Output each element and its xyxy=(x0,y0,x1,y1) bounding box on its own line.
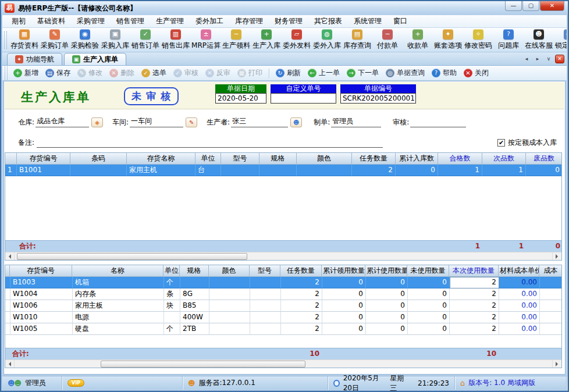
scroll-right-icon[interactable] xyxy=(552,360,561,368)
column-header[interactable]: 存货编号 xyxy=(17,153,70,165)
purchase-order-button[interactable]: ✎采购订单 xyxy=(40,29,70,51)
purchase-inbound-button[interactable]: ▣采购入库 xyxy=(100,29,130,51)
table-row[interactable]: B1003机箱个200020.00 xyxy=(5,277,561,288)
table-cell[interactable] xyxy=(5,300,10,312)
table-cell[interactable]: 0 xyxy=(366,300,408,312)
doc-query-button[interactable]: ◎单据查询 xyxy=(382,67,428,79)
print-button[interactable]: ▦打印 xyxy=(234,67,266,79)
table-cell[interactable] xyxy=(5,277,10,288)
table-cell[interactable]: W1006 xyxy=(10,300,73,312)
audit-button[interactable]: ✓审核 xyxy=(170,67,202,79)
header-field-value[interactable]: SCRK202005200001 xyxy=(340,93,416,104)
table-cell[interactable]: W1010 xyxy=(10,312,73,323)
delete-button[interactable]: ✕删除 xyxy=(106,67,138,79)
column-header[interactable]: 次品数 xyxy=(482,153,526,165)
table-cell[interactable]: 0 xyxy=(408,277,450,288)
table-cell[interactable] xyxy=(209,323,250,335)
workshop-field[interactable]: 一车间 xyxy=(130,116,183,127)
table-cell[interactable] xyxy=(209,300,250,312)
purchase-inspect-button[interactable]: ◉采购检验 xyxy=(70,29,100,51)
table-cell[interactable]: 块 xyxy=(164,300,180,312)
horizontal-scrollbar[interactable] xyxy=(5,252,561,261)
next-doc-button[interactable]: →下一单 xyxy=(343,67,382,79)
table-cell[interactable]: 2 xyxy=(450,288,499,300)
new-button[interactable]: +新增 xyxy=(10,67,42,79)
table-cell[interactable]: 0 xyxy=(322,323,366,335)
table-cell[interactable]: 个 xyxy=(164,277,180,288)
quota-cost-checkbox[interactable]: ✔ xyxy=(497,139,505,147)
table-cell[interactable] xyxy=(540,277,562,288)
table-cell[interactable] xyxy=(5,323,10,335)
table-cell[interactable]: B85 xyxy=(180,300,209,312)
table-cell[interactable]: 0 xyxy=(366,277,408,288)
column-header[interactable]: 存货编号 xyxy=(10,265,72,277)
column-header[interactable]: 规格 xyxy=(259,153,297,165)
scroll-left-icon[interactable] xyxy=(5,360,15,368)
column-header[interactable]: 成本 xyxy=(539,265,562,277)
table-cell[interactable]: 家用主板 xyxy=(73,300,164,312)
scroll-right-icon[interactable] xyxy=(552,252,561,261)
refresh-button[interactable]: ↻刷新 xyxy=(272,67,304,79)
table-cell[interactable]: 0.00 xyxy=(499,312,540,323)
column-header[interactable]: 名称 xyxy=(72,265,163,277)
table-cell[interactable] xyxy=(259,165,297,176)
outsource-inbound-button[interactable]: ◍委外入库 xyxy=(312,29,342,51)
stock-query-button[interactable]: ▤库存查询 xyxy=(342,29,372,51)
header-field-value[interactable]: 2020-05-20 xyxy=(215,93,266,104)
table-cell[interactable]: 台 xyxy=(195,165,221,176)
table-cell[interactable] xyxy=(540,300,562,312)
edit-button[interactable]: ✎修改 xyxy=(74,67,106,79)
production-picking-button[interactable]: −生产领料 xyxy=(221,29,251,51)
table-cell[interactable]: 家用主机 xyxy=(127,165,195,176)
table-cell[interactable]: 400W xyxy=(180,312,209,323)
change-password-button[interactable]: ✧修改密码 xyxy=(463,29,493,51)
table-cell[interactable]: 内存条 xyxy=(73,288,164,300)
table-cell[interactable]: 0 xyxy=(526,165,562,176)
table-cell[interactable] xyxy=(250,312,281,323)
table-cell[interactable] xyxy=(164,312,180,323)
tab-list-icon[interactable]: ∨ xyxy=(544,55,553,63)
horizontal-scrollbar[interactable] xyxy=(5,359,561,368)
sales-order-button[interactable]: ✓销售订单 xyxy=(130,29,161,51)
table-cell[interactable]: 1 xyxy=(482,165,526,176)
table-row[interactable]: W1005硬盘个2TB200020.00 xyxy=(5,323,561,335)
faq-button[interactable]: ?问题库 xyxy=(493,29,524,51)
table-cell[interactable] xyxy=(250,277,281,288)
column-header[interactable]: 累计入库数 xyxy=(396,153,438,165)
payment-button[interactable]: −付款单 xyxy=(372,29,403,51)
lock-system-button[interactable]: ▭锁定系统 xyxy=(554,29,567,51)
table-cell[interactable]: 2 xyxy=(450,300,499,312)
column-header[interactable]: 本次使用数量 xyxy=(449,265,499,277)
table-cell[interactable] xyxy=(250,288,281,300)
form-toolbar-grip[interactable] xyxy=(5,66,8,81)
column-header[interactable]: 废品数 xyxy=(526,153,562,165)
warehouse-field[interactable]: 成品仓库 xyxy=(35,116,89,127)
menu-item-基础资料[interactable]: 基础资料 xyxy=(31,15,71,28)
online-service-button[interactable]: ☻在线客服 xyxy=(524,29,554,51)
column-header[interactable]: 规格 xyxy=(180,265,209,277)
tab-scroll-left-icon[interactable]: ◂ xyxy=(522,55,531,63)
menu-item-库存管理[interactable]: 库存管理 xyxy=(229,15,269,28)
table-cell[interactable]: 0 xyxy=(408,323,450,335)
table-row[interactable]: W1006家用主板块B85200020.00 xyxy=(5,300,561,312)
table-cell[interactable] xyxy=(221,165,259,176)
warehouse-picker-icon[interactable]: ◈ xyxy=(91,117,103,127)
table-cell[interactable]: 2TB xyxy=(180,323,209,335)
column-header[interactable]: 材料成本单价 xyxy=(499,265,539,277)
workshop-picker-icon[interactable]: ✎ xyxy=(186,117,197,127)
producer-field[interactable]: 张三 xyxy=(231,116,288,127)
menu-item-委外加工[interactable]: 委外加工 xyxy=(190,15,229,28)
header-field-value[interactable] xyxy=(271,93,336,104)
menu-item-销售管理[interactable]: 销售管理 xyxy=(111,15,150,28)
sales-outbound-button[interactable]: ▥销售出库 xyxy=(161,29,191,51)
column-header[interactable]: 任务数量 xyxy=(280,265,322,277)
table-cell[interactable] xyxy=(297,165,352,176)
production-inbound-button[interactable]: +生产入库 xyxy=(251,29,282,51)
table-cell[interactable]: 0.00 xyxy=(499,277,540,288)
scrollbar-thumb[interactable] xyxy=(101,361,305,368)
tab-生产入库单[interactable]: ▣生产入库单 xyxy=(64,53,126,65)
column-header[interactable]: 单位 xyxy=(163,265,180,277)
column-header[interactable]: 累计领用数量 xyxy=(322,265,365,277)
table-cell[interactable]: 0 xyxy=(396,165,438,176)
table-cell[interactable]: 8G xyxy=(180,288,209,300)
